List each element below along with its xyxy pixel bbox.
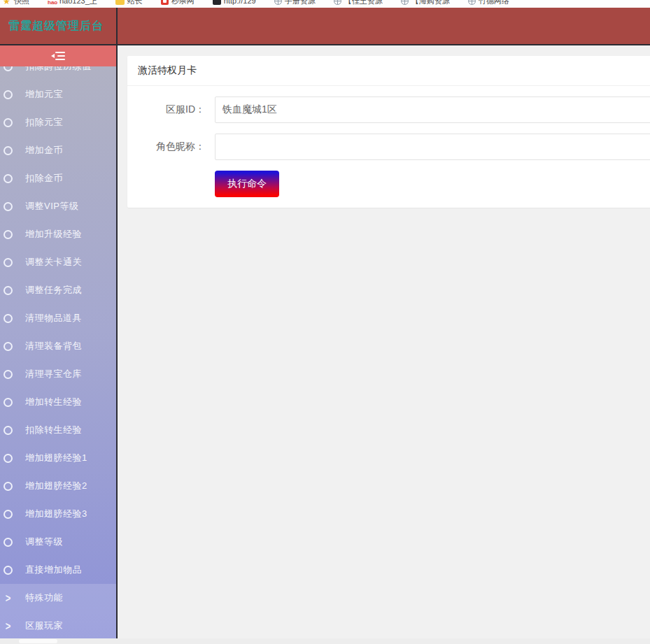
circle-icon — [3, 286, 13, 295]
sidebar-menu-item[interactable]: > 扣除元宝 — [0, 108, 116, 136]
bookmark-item[interactable]: 【佳王资源 — [334, 0, 383, 6]
star-icon — [2, 0, 11, 5]
nickname-input[interactable] — [215, 134, 650, 160]
button-row: 执行命令 — [215, 171, 650, 197]
sidebar-menu-item[interactable]: > 扣除转生经验 — [0, 416, 116, 444]
bookmark-item[interactable]: 站长 — [115, 0, 143, 6]
circle-icon — [3, 482, 13, 491]
sidebar-menu-item[interactable]: > 特殊功能 — [0, 584, 116, 612]
circle-icon — [3, 314, 13, 323]
nickname-label: 角色昵称： — [138, 141, 205, 153]
sidebar-item-label: 特殊功能 — [25, 592, 63, 604]
bookmark-label: 【海购资源 — [411, 0, 450, 6]
sidebar-menu-item[interactable]: > 扣除金币 — [0, 164, 116, 192]
sidebar-item-label: 增加元宝 — [25, 88, 63, 101]
browser-bookmarks-bar: 快照 hao123_上 站长 秒杀网 http://129 手册资源 【佳王资源 — [0, 0, 650, 8]
logo-area: 雷霆超级管理后台 — [0, 8, 118, 44]
circle-icon — [3, 174, 13, 183]
circle-icon — [3, 510, 13, 519]
circle-icon — [3, 566, 13, 575]
bookmarks-list: 快照 hao123_上 站长 秒杀网 http://129 手册资源 【佳王资源 — [0, 0, 650, 8]
app-title: 雷霆超级管理后台 — [8, 19, 104, 34]
execute-command-button[interactable]: 执行命令 — [215, 171, 279, 197]
circle-icon — [3, 370, 13, 379]
hao123-icon — [48, 0, 57, 5]
circle-icon — [3, 342, 13, 351]
sidebar-menu-item[interactable]: > 增加金币 — [0, 136, 116, 164]
sidebar-menu-item[interactable]: > 区服玩家 — [0, 612, 116, 638]
sidebar-menu-item[interactable]: > 增加元宝 — [0, 80, 116, 108]
red-site-icon — [161, 0, 169, 5]
circle-icon — [3, 202, 13, 211]
circle-icon — [3, 118, 13, 127]
bookmark-item[interactable]: 快照 — [2, 0, 29, 6]
bookmark-item[interactable]: 竹德网络 — [468, 0, 509, 6]
sidebar-item-label: 区服玩家 — [25, 620, 63, 632]
sidebar-menu-item[interactable]: > 清理寻宝仓库 — [0, 360, 116, 388]
sidebar-menu-item[interactable]: > 增加转生经验 — [0, 388, 116, 416]
bookmark-label: 竹德网络 — [479, 0, 509, 6]
sidebar-menu-item[interactable]: > 增加翅膀经验2 — [0, 472, 116, 500]
bookmark-item[interactable]: hao123_上 — [48, 0, 97, 6]
chevron-right-icon: > — [3, 592, 13, 604]
sidebar-menu-item[interactable]: > 增加翅膀经验1 — [0, 444, 116, 472]
circle-icon — [3, 426, 13, 435]
sidebar-item-label: 调整等级 — [25, 536, 63, 548]
server-id-row: 区服ID： — [138, 96, 650, 123]
sidebar-item-label: 增加翅膀经验2 — [25, 480, 87, 492]
sidebar-menu-item[interactable]: > 增加翅膀经验3 — [0, 500, 116, 528]
sidebar-item-label: 调整VIP等级 — [25, 200, 78, 213]
sidebar-item-label: 调整关卡通关 — [25, 256, 82, 269]
globe-icon — [334, 0, 341, 5]
sidebar-menu-item[interactable]: > 直接增加物品 — [0, 556, 116, 584]
folder-icon — [115, 0, 125, 5]
server-id-input[interactable] — [215, 96, 650, 123]
app-header: 雷霆超级管理后台 — [0, 8, 650, 45]
chevron-right-icon: > — [3, 620, 13, 632]
sidebar-menu-item[interactable]: > 调整关卡通关 — [0, 248, 116, 276]
bookmark-item[interactable]: 【海购资源 — [401, 0, 450, 6]
sidebar-item-label: 清理装备背包 — [25, 340, 82, 352]
sidebar-item-label: 增加升级经验 — [25, 228, 82, 241]
bookmark-label: 秒杀网 — [171, 0, 195, 6]
sidebar-menu-item[interactable]: > 调整等级 — [0, 528, 116, 556]
circle-icon — [3, 398, 13, 407]
bookmark-item[interactable]: 手册资源 — [274, 0, 316, 6]
circle-icon — [3, 258, 13, 267]
sidebar-menu-item[interactable]: > 调整VIP等级 — [0, 192, 116, 220]
sidebar-item-label: 扣除转生经验 — [25, 424, 82, 436]
sidebar-item-label: 调整任务完成 — [25, 284, 82, 296]
circle-icon — [3, 146, 13, 155]
nickname-row: 角色昵称： — [138, 134, 650, 160]
sidebar-item-label: 增加转生经验 — [25, 396, 82, 408]
panel-body: 区服ID： 角色昵称： 执行命令 — [127, 86, 650, 208]
circle-icon — [3, 454, 13, 463]
sidebar-item-label: 直接增加物品 — [25, 564, 82, 576]
sidebar-menu-item[interactable]: > 增加升级经验 — [0, 220, 116, 248]
scrollbar-thumb[interactable] — [19, 639, 57, 643]
sidebar-menu-item[interactable]: > 调整任务完成 — [0, 276, 116, 304]
dark-site-icon — [213, 0, 221, 5]
bookmark-label: 快照 — [14, 0, 29, 6]
sidebar-menu-item[interactable]: > 清理物品道具 — [0, 304, 116, 332]
panel-title: 激活特权月卡 — [127, 56, 650, 86]
horizontal-scrollbar[interactable] — [0, 638, 650, 644]
sidebar: > 扣除爵位历练值 > 增加元宝 > 扣除元宝 > 增加金币 > — [0, 45, 118, 638]
bookmark-label: 站长 — [127, 0, 143, 6]
sidebar-item-label: 增加金币 — [25, 144, 63, 157]
sidebar-menu-item[interactable]: > 清理装备背包 — [0, 332, 116, 360]
bookmark-label: 【佳王资源 — [344, 0, 383, 6]
bookmark-label: http://129 — [224, 0, 256, 5]
circle-icon — [3, 230, 13, 239]
circle-icon — [3, 538, 13, 547]
sidebar-item-label: 扣除金币 — [25, 172, 63, 185]
globe-icon — [401, 0, 409, 5]
sidebar-item-label: 增加翅膀经验3 — [25, 508, 87, 520]
sidebar-collapse-button[interactable] — [0, 45, 116, 66]
bookmark-item[interactable]: http://129 — [213, 0, 256, 5]
sidebar-item-label: 清理物品道具 — [25, 312, 82, 324]
bookmark-item[interactable]: 秒杀网 — [161, 0, 195, 6]
bookmark-label: 手册资源 — [285, 0, 316, 6]
sidebar-menu: > 扣除爵位历练值 > 增加元宝 > 扣除元宝 > 增加金币 > — [0, 52, 116, 638]
header-spacer — [118, 8, 650, 44]
